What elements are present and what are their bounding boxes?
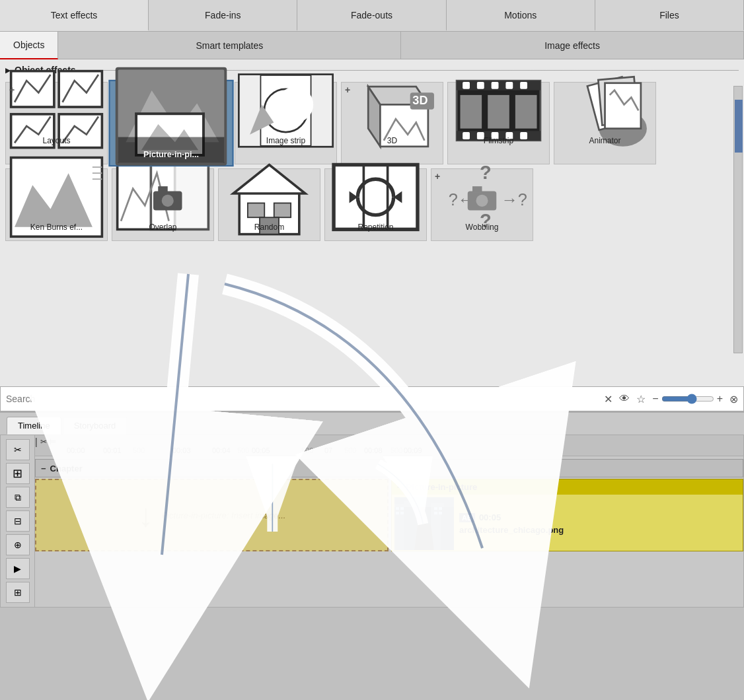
ken-burns-icon <box>9 173 104 221</box>
chapter-label: Chapter <box>50 464 83 473</box>
svg-rect-24 <box>463 82 470 89</box>
ruler-sub-4: 500 <box>344 446 356 454</box>
pip-header-minus[interactable]: − <box>397 482 402 492</box>
main-track-empty[interactable]: ↓ Picture-in-picture: Insert image... <box>35 479 389 551</box>
svg-rect-81 <box>439 512 442 514</box>
pip-track-content: AB 00:05 architecture_chicago.png <box>392 495 743 551</box>
preview-toggle-button[interactable]: 👁 <box>619 393 630 405</box>
svg-point-66 <box>476 194 488 206</box>
ruler-sub-5: 500 <box>391 446 402 454</box>
svg-point-49 <box>162 194 174 206</box>
image-strip-icon <box>238 87 334 134</box>
effect-ken-burns[interactable]: Ken Burns ef... <box>5 168 108 241</box>
svg-rect-27 <box>505 82 513 89</box>
chapter-track: − Chapter <box>35 459 743 477</box>
svg-rect-53 <box>248 203 264 217</box>
effects-panel: ▶ Object effects + Layouts <box>0 59 744 386</box>
tab-text-effects[interactable]: Text effects <box>0 0 149 31</box>
pip-track-header: − Picture-in-picture <box>392 479 743 495</box>
svg-rect-67 <box>472 186 482 192</box>
ruler-mark-3: 00:03 <box>172 446 191 454</box>
tab-motions[interactable]: Motions <box>447 0 595 31</box>
ruler-sub-2: 500 <box>237 446 249 454</box>
tab-files[interactable]: Files <box>595 0 744 31</box>
tab-objects[interactable]: Objects <box>0 32 58 59</box>
svg-rect-75 <box>400 507 404 510</box>
repetition-icon <box>328 173 424 221</box>
chapter-collapse-btn[interactable]: − <box>41 464 46 473</box>
wobbling-label: Wobbling <box>466 223 499 232</box>
wobbling-icon: ? ?← →? ? <box>434 173 530 221</box>
svg-rect-77 <box>400 512 404 514</box>
effect-picture-in-picture[interactable]: Picture-in-pi... <box>109 80 234 166</box>
overlap-icon <box>115 173 211 221</box>
effect-3d[interactable]: + 3D 3D <box>341 82 443 164</box>
svg-rect-0 <box>11 71 54 106</box>
svg-rect-34 <box>461 94 482 128</box>
effect-filmstrip[interactable]: Filmstrip <box>447 82 550 164</box>
tab-fade-outs[interactable]: Fade-outs <box>297 0 446 31</box>
overlap-label: Overlap <box>149 223 176 232</box>
scroll-thumb[interactable] <box>735 100 743 153</box>
zoom-slider-input[interactable] <box>661 394 714 404</box>
svg-point-14 <box>278 87 313 122</box>
svg-rect-82 <box>394 497 454 507</box>
panel-scrollbar[interactable] <box>733 86 743 353</box>
svg-rect-35 <box>488 94 509 128</box>
favorites-button[interactable]: ☆ <box>636 393 646 405</box>
tab-fade-ins[interactable]: Fade-ins <box>149 0 297 31</box>
toolbar-btn-copy[interactable]: ⧉ <box>6 487 30 508</box>
effect-overlap[interactable]: Overlap <box>112 168 214 241</box>
zoom-in-button[interactable]: + <box>717 393 723 405</box>
3d-label: 3D <box>387 136 397 145</box>
tab-timeline[interactable]: Timeline <box>7 417 61 435</box>
tab-storyboard[interactable]: Storyboard <box>63 417 128 435</box>
svg-rect-28 <box>520 82 527 89</box>
tab-smart-templates[interactable]: Smart templates <box>58 32 401 59</box>
svg-rect-76 <box>396 512 399 514</box>
effect-wobbling[interactable]: + ? ?← →? ? Wobbling <box>431 168 533 241</box>
effect-layouts[interactable]: + Layouts <box>5 82 108 164</box>
top-tabs-row: Text effects Fade-ins Fade-outs Motions … <box>0 0 744 32</box>
svg-rect-29 <box>463 132 470 139</box>
image-strip-label: Image strip <box>266 136 305 145</box>
zoom-out-button[interactable]: − <box>652 393 658 405</box>
bottom-tabs-row: Timeline Storyboard <box>0 413 744 435</box>
filmstrip-icon <box>451 87 546 134</box>
effect-repetition[interactable]: Repetition <box>324 168 427 241</box>
pip-label: Picture-in-pi... <box>143 150 199 160</box>
toolbar-btn-layers[interactable]: ⊕ <box>6 534 30 555</box>
layouts-label: Layouts <box>42 136 70 145</box>
toolbar-btn-cut[interactable]: ✂ <box>6 439 30 460</box>
ruler-mark-0: 00:00 <box>67 446 85 454</box>
settings-button[interactable]: ⊗ <box>729 393 738 405</box>
effect-image-strip[interactable]: Image strip <box>235 82 337 164</box>
timeline-ruler: | ✂ ⊨ 00:00 00:01 00:03 00:04 00:05 07 0… <box>35 435 743 456</box>
3d-icon: 3D <box>344 87 440 134</box>
ruler-mark-4: 00:04 <box>212 446 231 454</box>
splice-tool[interactable]: ⊨ <box>50 437 56 446</box>
toolbar-btn-more[interactable]: ⊞ <box>6 582 30 603</box>
svg-text:→?: →? <box>502 190 527 209</box>
drop-arrow-icon: ↓ <box>138 497 154 534</box>
timeline-area: ✂ ⊞ ⧉ ⊟ ⊕ ▶ ⊞ | ✂ ⊨ 00:00 00:01 00:03 <box>0 435 744 608</box>
toolbar-btn-grid[interactable]: ⊞ <box>6 463 30 484</box>
svg-rect-33 <box>520 132 527 139</box>
bottom-panel: Timeline Storyboard ✂ ⊞ ⧉ ⊟ ⊕ ▶ ⊞ | ✂ ⊨ <box>0 411 744 608</box>
search-bar: ✕ 👁 ☆ − + ⊗ <box>0 386 744 411</box>
toolbar-btn-paste[interactable]: ⊟ <box>6 510 30 532</box>
search-input[interactable] <box>6 394 604 404</box>
tab-image-effects[interactable]: Image effects <box>401 32 744 59</box>
svg-rect-11 <box>239 75 261 147</box>
pip-info: AB 00:05 architecture_chicago.png <box>459 512 564 535</box>
animator-label: Animator <box>589 136 620 145</box>
effect-random[interactable]: Random <box>218 168 320 241</box>
left-toolbar: ✂ ⊞ ⧉ ⊟ ⊕ ▶ ⊞ <box>1 435 35 607</box>
ruler-mark-7: 07 <box>324 446 332 454</box>
playhead-icon: | <box>35 437 38 447</box>
toolbar-btn-play[interactable]: ▶ <box>6 558 30 579</box>
clear-search-button[interactable]: ✕ <box>604 393 613 405</box>
svg-marker-73 <box>414 524 434 550</box>
effect-animator[interactable]: Animator <box>554 82 656 164</box>
scissors-tool[interactable]: ✂ <box>40 437 47 446</box>
